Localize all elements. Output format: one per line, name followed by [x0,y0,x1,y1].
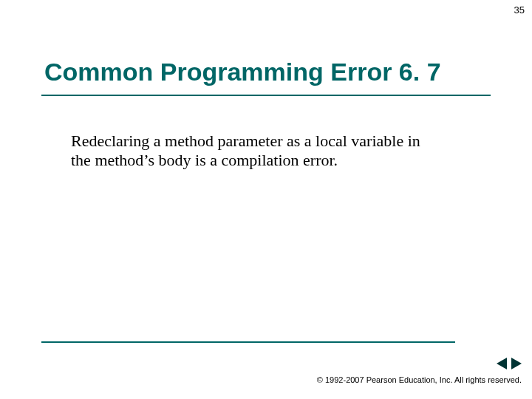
nav-controls [497,358,522,369]
page-number: 35 [514,4,525,16]
divider-bottom [41,341,455,343]
copyright-text: © 1992-2007 Pearson Education, Inc. All … [317,375,522,384]
body-text: Redeclaring a method parameter as a loca… [71,132,426,171]
divider-top [41,95,491,96]
slide-title: Common Programming Error 6. 7 [44,58,488,86]
next-slide-icon[interactable] [511,358,522,369]
prev-slide-icon[interactable] [497,358,507,369]
